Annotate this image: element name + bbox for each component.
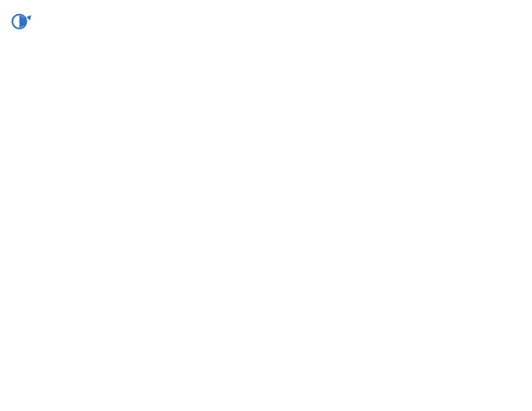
header [11, 11, 521, 32]
logo [11, 11, 35, 32]
